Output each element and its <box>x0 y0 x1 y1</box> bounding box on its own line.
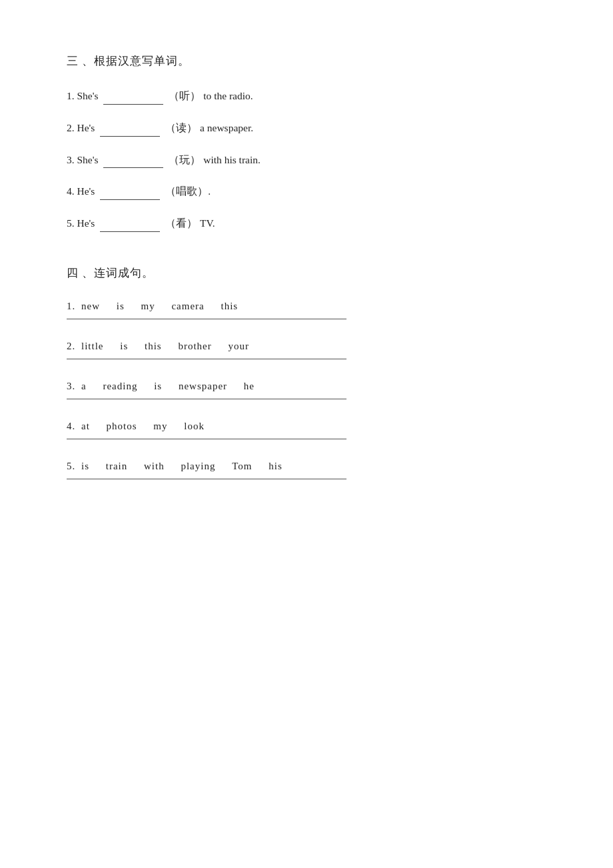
word-2-1: little <box>81 341 104 352</box>
suffix-1: to the radio. <box>203 90 253 101</box>
prefix-3: She's <box>77 154 101 165</box>
fill-item-3: 3. She's （玩） with his train. <box>67 151 546 169</box>
word-5-5: Tom <box>232 461 252 472</box>
answer-line-4 <box>67 439 346 439</box>
suffix-2: a newspaper. <box>200 122 253 133</box>
word-1-4: camera <box>171 301 204 312</box>
word-4-2: photos <box>107 421 137 432</box>
item-num-2: 2. <box>67 122 75 133</box>
sentence-num-5: 5. <box>67 461 79 471</box>
word-5-3: with <box>144 461 165 472</box>
word-1-1: new <box>81 301 100 312</box>
prefix-4: He's <box>77 185 98 197</box>
answer-line-1 <box>67 319 346 319</box>
item-num-3: 3. <box>67 154 75 165</box>
sentence-words-4: 4. at photos my look <box>67 421 546 432</box>
hint-3: （玩） <box>169 154 201 165</box>
sentence-item-1: 1. new is my camera this <box>67 301 546 319</box>
word-2-2: is <box>120 341 128 352</box>
fill-item-2: 2. He's （读） a newspaper. <box>67 119 546 137</box>
hint-2: （读） <box>165 122 197 133</box>
word-2-4: brother <box>178 341 211 352</box>
word-5-2: train <box>106 461 128 472</box>
word-5-1: is <box>81 461 89 472</box>
sentence-num-2: 2. <box>67 341 79 351</box>
hint-4: （唱歌）. <box>165 185 211 197</box>
suffix-3: with his train. <box>203 154 261 165</box>
sentence-item-3: 3. a reading is newspaper he <box>67 381 546 399</box>
word-3-3: is <box>154 381 162 392</box>
answer-line-2 <box>67 359 346 359</box>
blank-2[interactable] <box>100 119 160 137</box>
prefix-1: She's <box>77 90 101 101</box>
prefix-2: He's <box>77 122 98 133</box>
word-4-3: my <box>153 421 167 432</box>
sentence-num-1: 1. <box>67 301 79 311</box>
word-3-5: he <box>244 381 255 392</box>
section-3-title: 三 、根据汉意写单词。 <box>67 53 546 69</box>
sentence-item-2: 2. little is this brother your <box>67 341 546 359</box>
word-4-1: at <box>81 421 90 432</box>
word-2-5: your <box>229 341 250 352</box>
section-3: 三 、根据汉意写单词。 1. She's （听） to the radio. 2… <box>67 53 546 232</box>
word-1-5: this <box>221 301 238 312</box>
answer-line-5 <box>67 479 346 479</box>
item-num-5: 5. <box>67 217 75 229</box>
item-num-4: 4. <box>67 185 75 197</box>
fill-item-4: 4. He's （唱歌）. <box>67 183 546 200</box>
sentence-words-1: 1. new is my camera this <box>67 301 546 312</box>
fill-item-1: 1. She's （听） to the radio. <box>67 87 546 105</box>
sentence-words-5: 5. is train with playing Tom his <box>67 461 546 472</box>
word-3-2: reading <box>103 381 137 392</box>
hint-1: （听） <box>169 90 201 101</box>
word-3-1: a <box>81 381 87 392</box>
sentence-item-5: 5. is train with playing Tom his <box>67 461 546 479</box>
sentence-num-3: 3. <box>67 381 79 391</box>
word-1-3: my <box>141 301 155 312</box>
fill-item-5: 5. He's （看） TV. <box>67 215 546 232</box>
answer-line-3 <box>67 399 346 399</box>
sentence-num-4: 4. <box>67 421 79 431</box>
section-4-title: 四 、连词成句。 <box>67 265 546 281</box>
sentence-words-3: 3. a reading is newspaper he <box>67 381 546 392</box>
suffix-5: TV. <box>200 217 215 229</box>
blank-1[interactable] <box>103 87 163 105</box>
word-5-6: his <box>269 461 283 472</box>
word-5-4: playing <box>181 461 215 472</box>
blank-5[interactable] <box>100 215 160 232</box>
sentence-item-4: 4. at photos my look <box>67 421 546 439</box>
blank-3[interactable] <box>103 151 163 169</box>
sentence-words-2: 2. little is this brother your <box>67 341 546 352</box>
word-4-4: look <box>184 421 205 432</box>
blank-4[interactable] <box>100 183 160 200</box>
hint-5: （看） <box>165 217 197 229</box>
word-1-2: is <box>117 301 125 312</box>
section-4: 四 、连词成句。 1. new is my camera this 2. lit… <box>67 265 546 479</box>
prefix-5: He's <box>77 217 98 229</box>
word-3-4: newspaper <box>179 381 227 392</box>
word-2-3: this <box>145 341 162 352</box>
item-num-1: 1. <box>67 90 75 101</box>
